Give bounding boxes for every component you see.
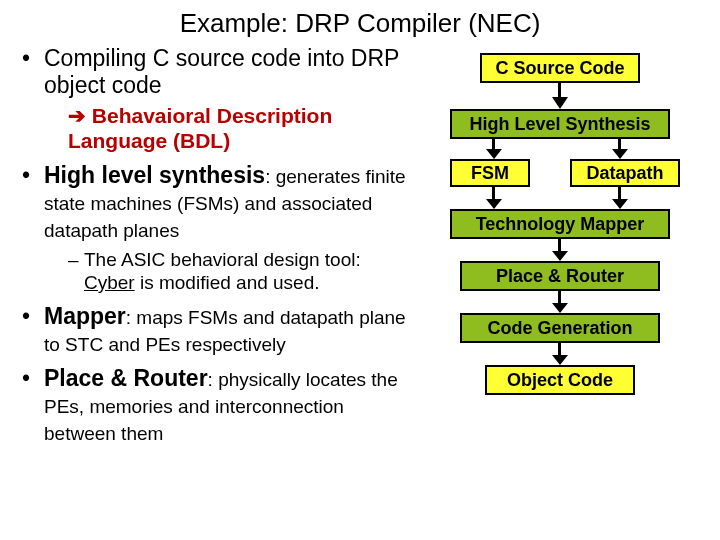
dash-asic: The ASIC behavioral design tool: Cyber i… [44,249,412,295]
arrow-head-2a [486,149,502,159]
bullet-hls: High level synthesis: generates finite s… [20,162,412,295]
pr-head: Place & Router [44,365,208,391]
bullet-mapper: Mapper: maps FSMs and datapath plane to … [20,303,412,357]
arrow-head-5 [552,303,568,313]
hls-head: High level synthesis [44,162,265,188]
arrow-head-2b [612,149,628,159]
box-objcode: Object Code [485,365,635,395]
asic-tool: Cyber [84,272,135,293]
bullet-compile-text: Compiling C source code into DRP object … [44,45,399,98]
box-placeroute: Place & Router [460,261,660,291]
arrow-head-3b [612,199,628,209]
slide-content: Compiling C source code into DRP object … [0,45,720,505]
bullet-placeroute: Place & Router: physically locates the P… [20,365,412,446]
arrow-icon: ➔ [68,104,86,127]
arrow-head-6 [552,355,568,365]
box-codegen: Code Generation [460,313,660,343]
bdl-text: Behavaioral Description Language (BDL) [68,104,332,152]
box-fsm: FSM [450,159,530,187]
bullet-compile: Compiling C source code into DRP object … [20,45,412,154]
asic-suffix: is modified and used. [135,272,320,293]
left-column: Compiling C source code into DRP object … [20,45,420,505]
slide-title: Example: DRP Compiler (NEC) [0,0,720,45]
arrow-head-3a [486,199,502,209]
asic-prefix: The ASIC behavioral design tool: [84,249,361,270]
box-datapath: Datapath [570,159,680,187]
box-hls: High Level Synthesis [450,109,670,139]
box-csource: C Source Code [480,53,640,83]
box-techmap: Technology Mapper [450,209,670,239]
flowchart: C Source Code High Level Synthesis FSM D… [420,45,710,505]
arrow-head-1 [552,97,568,109]
mapper-head: Mapper [44,303,126,329]
arrow-head-4 [552,251,568,261]
sub-bdl: ➔ Behavaioral Description Language (BDL) [44,103,412,153]
